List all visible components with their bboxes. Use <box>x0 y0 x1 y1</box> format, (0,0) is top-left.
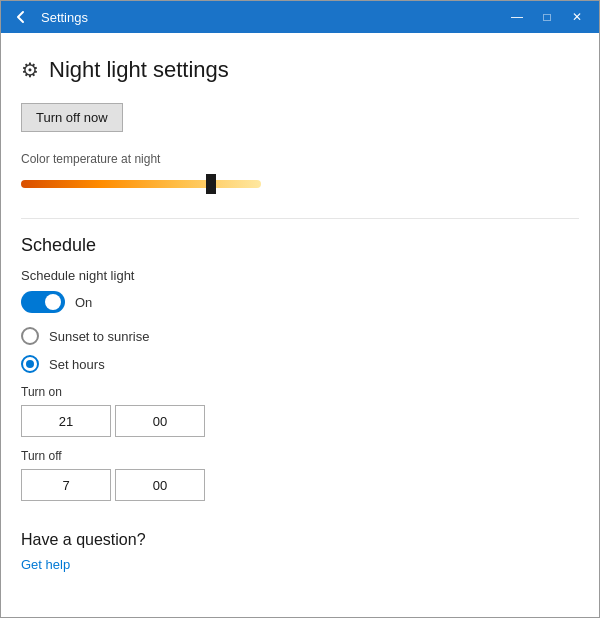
toggle-state-label: On <box>75 295 92 310</box>
turn-on-label: Turn on <box>21 385 579 399</box>
turn-off-inputs: 7 00 <box>21 469 579 501</box>
get-help-link[interactable]: Get help <box>21 557 70 572</box>
close-button[interactable]: ✕ <box>563 5 591 29</box>
page-title: Night light settings <box>49 57 229 83</box>
minimize-button[interactable]: — <box>503 5 531 29</box>
slider-thumb[interactable] <box>206 174 216 194</box>
turn-on-inputs: 21 00 <box>21 405 579 437</box>
color-temp-slider[interactable] <box>21 174 261 194</box>
schedule-section: Schedule Schedule night light On Sunset … <box>21 235 579 501</box>
turn-off-time-label: Turn off <box>21 449 579 463</box>
set-hours-radio-row[interactable]: Set hours <box>21 355 579 373</box>
slider-track-bg <box>21 180 261 188</box>
window-title: Settings <box>41 10 503 25</box>
sunset-radio-row[interactable]: Sunset to sunrise <box>21 327 579 345</box>
color-temp-label: Color temperature at night <box>21 152 579 166</box>
radio-selected-dot <box>26 360 34 368</box>
sunset-radio-button[interactable] <box>21 327 39 345</box>
page-header: ⚙ Night light settings <box>21 57 579 83</box>
turn-off-button[interactable]: Turn off now <box>21 103 123 132</box>
titlebar: Settings — □ ✕ <box>1 1 599 33</box>
window-controls: — □ ✕ <box>503 5 591 29</box>
schedule-night-light-label: Schedule night light <box>21 268 579 283</box>
toggle-row: On <box>21 291 579 313</box>
gear-icon: ⚙ <box>21 58 39 82</box>
turn-off-hour-input[interactable]: 7 <box>21 469 111 501</box>
schedule-title: Schedule <box>21 235 579 256</box>
maximize-button[interactable]: □ <box>533 5 561 29</box>
content-area: ⚙ Night light settings Turn off now Colo… <box>1 33 599 617</box>
turn-on-minute-input[interactable]: 00 <box>115 405 205 437</box>
have-question-section: Have a question? Get help <box>21 531 579 573</box>
turn-off-minute-input[interactable]: 00 <box>115 469 205 501</box>
have-question-title: Have a question? <box>21 531 579 549</box>
window: Settings — □ ✕ ⚙ Night light settings Tu… <box>0 0 600 618</box>
divider <box>21 218 579 219</box>
set-hours-radio-label: Set hours <box>49 357 105 372</box>
set-hours-radio-button[interactable] <box>21 355 39 373</box>
toggle-thumb <box>45 294 61 310</box>
schedule-toggle[interactable] <box>21 291 65 313</box>
turn-on-hour-input[interactable]: 21 <box>21 405 111 437</box>
color-temp-section: Color temperature at night <box>21 152 579 194</box>
back-button[interactable] <box>9 5 33 29</box>
sunset-radio-label: Sunset to sunrise <box>49 329 149 344</box>
